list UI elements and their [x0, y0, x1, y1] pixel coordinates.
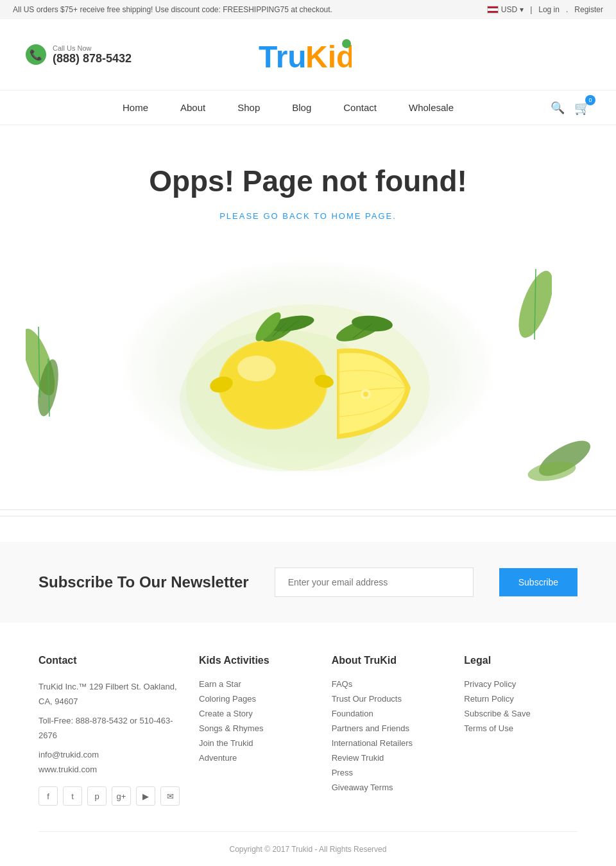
footer-copyright: Copyright © 2017 Trukid - All Rights Res… [38, 831, 578, 854]
nav-item-home[interactable]: Home [107, 91, 164, 125]
facebook-icon[interactable]: f [38, 786, 58, 806]
social-icons: f t p g+ ▶ ✉ [38, 786, 180, 806]
call-label: Call Us Now [53, 44, 132, 52]
currency-chevron-icon: ▾ [520, 5, 524, 14]
header: 📞 Call Us Now (888) 878-5432 Tru Kid [0, 19, 616, 90]
nav-item-shop[interactable]: Shop [221, 91, 276, 125]
navigation: Home About Shop Blog Contact Wholesale 🔍… [0, 90, 616, 125]
googleplus-icon[interactable]: g+ [112, 786, 131, 806]
register-link[interactable]: Register [574, 5, 603, 14]
footer-legal-column: Legal Privacy Policy Return Policy Subsc… [464, 655, 578, 806]
newsletter-email-input[interactable] [275, 567, 474, 597]
footer-link-songs[interactable]: Songs & Rhymes [199, 723, 312, 733]
leaf-bottom-right-icon [526, 413, 590, 490]
newsletter-section: Subscribe To Our Newsletter Subscribe [0, 542, 616, 623]
footer-link-create-story[interactable]: Create a Story [199, 709, 312, 718]
footer-link-join[interactable]: Join the Trukid [199, 738, 312, 748]
copyright-text: Copyright © 2017 Trukid - All Rights Res… [230, 845, 387, 854]
twitter-icon[interactable]: t [63, 786, 82, 806]
logo-svg: Tru Kid [255, 32, 352, 77]
phone-number[interactable]: (888) 878-5432 [53, 52, 132, 65]
cart-badge: 0 [585, 95, 595, 105]
nav-items: Home About Shop Blog Contact Wholesale [26, 91, 551, 125]
svg-point-11 [219, 341, 326, 428]
svg-text:Tru: Tru [259, 40, 307, 74]
phone-icon: 📞 [26, 44, 46, 65]
svg-point-14 [237, 356, 276, 381]
login-link[interactable]: Log in [538, 5, 560, 14]
nav-item-about[interactable]: About [164, 91, 221, 125]
top-bar: All US orders $75+ receive free shipping… [0, 0, 616, 19]
cart-button[interactable]: 🛒 0 [574, 100, 590, 116]
logo[interactable]: Tru Kid [255, 32, 352, 77]
footer-grid: Contact TruKid Inc.™ 129 Filbert St. Oak… [38, 655, 578, 806]
footer-website[interactable]: www.trukid.com [38, 762, 180, 777]
lemon-main-svg [173, 259, 443, 478]
email-icon[interactable]: ✉ [160, 786, 180, 806]
footer-link-earn-star[interactable]: Earn a Star [199, 679, 312, 689]
error-subtitle: PLEASE GO BACK TO HOME PAGE. [26, 211, 590, 221]
nav-item-wholesale[interactable]: Wholesale [393, 91, 470, 125]
footer-link-foundation[interactable]: Foundation [332, 709, 445, 718]
footer-link-review[interactable]: Review Trukid [332, 753, 445, 763]
error-section: Opps! Page not found! PLEASE GO BACK TO … [0, 125, 616, 503]
footer-link-privacy[interactable]: Privacy Policy [464, 679, 578, 689]
logo-area[interactable]: Tru Kid [132, 32, 475, 77]
footer-about-title: About TruKid [332, 655, 445, 666]
divider-svg [0, 503, 616, 523]
footer-link-partners[interactable]: Partners and Friends [332, 723, 445, 733]
top-bar-right: USD ▾ | Log in . Register [487, 5, 603, 14]
footer-kids-activities-column: Kids Activities Earn a Star Coloring Pag… [199, 655, 312, 806]
footer-address: TruKid Inc.™ 129 Filbert St. Oakland, CA… [38, 679, 180, 709]
error-title: Opps! Page not found! [26, 164, 590, 198]
svg-point-3 [344, 41, 349, 46]
footer: Contact TruKid Inc.™ 129 Filbert St. Oak… [0, 623, 616, 866]
nav-item-contact[interactable]: Contact [327, 91, 393, 125]
currency-selector[interactable]: USD ▾ [487, 5, 524, 14]
leaf-right-icon [513, 266, 552, 362]
footer-link-trust[interactable]: Trust Our Products [332, 694, 445, 704]
divider-lines [0, 503, 616, 523]
svg-point-26 [513, 266, 552, 342]
newsletter-title: Subscribe To Our Newsletter [38, 573, 249, 591]
footer-link-giveaway[interactable]: Giveaway Terms [332, 783, 445, 792]
nav-icons: 🔍 🛒 0 [551, 100, 590, 116]
go-home-link[interactable]: PLEASE GO BACK TO HOME PAGE. [219, 211, 397, 221]
footer-link-international[interactable]: International Retailers [332, 738, 445, 748]
phone-area: 📞 Call Us Now (888) 878-5432 [26, 44, 132, 65]
pinterest-icon[interactable]: p [87, 786, 107, 806]
promo-text: All US orders $75+ receive free shipping… [13, 5, 332, 14]
search-icon[interactable]: 🔍 [551, 101, 565, 115]
footer-link-press[interactable]: Press [332, 768, 445, 777]
us-flag-icon [487, 6, 499, 13]
footer-link-return[interactable]: Return Policy [464, 694, 578, 704]
leaf-left-icon [26, 311, 77, 439]
nav-item-blog[interactable]: Blog [276, 91, 327, 125]
footer-legal-title: Legal [464, 655, 578, 666]
footer-email[interactable]: info@trukid.com [38, 747, 180, 762]
footer-link-faqs[interactable]: FAQs [332, 679, 445, 689]
footer-link-subscribe-save[interactable]: Subscribe & Save [464, 709, 578, 718]
newsletter-subscribe-button[interactable]: Subscribe [499, 568, 578, 596]
svg-point-22 [363, 392, 368, 397]
youtube-icon[interactable]: ▶ [136, 786, 155, 806]
footer-about-column: About TruKid FAQs Trust Our Products Fou… [332, 655, 445, 806]
footer-link-adventure[interactable]: Adventure [199, 753, 312, 763]
footer-link-terms[interactable]: Terms of Use [464, 723, 578, 733]
lemon-illustration [26, 247, 590, 490]
footer-kids-activities-title: Kids Activities [199, 655, 312, 666]
currency-label: USD [501, 5, 517, 14]
footer-contact-title: Contact [38, 655, 180, 666]
footer-contact-column: Contact TruKid Inc.™ 129 Filbert St. Oak… [38, 655, 180, 806]
footer-tollfree: Toll-Free: 888-878-5432 or 510-463-2676 [38, 713, 180, 743]
footer-link-coloring[interactable]: Coloring Pages [199, 694, 312, 704]
